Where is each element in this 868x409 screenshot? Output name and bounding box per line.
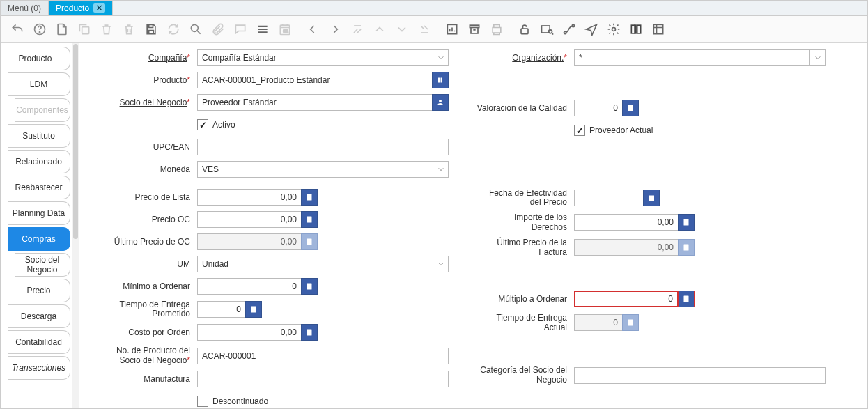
sidetabs-scrollbar[interactable] [72,43,79,408]
calendar-icon[interactable]: 31 [275,20,295,39]
sidetab-contabilidad[interactable]: Contabilidad [8,330,70,354]
input-producto[interactable] [197,72,433,88]
input-valoracion[interactable] [574,100,623,116]
print-icon[interactable] [487,20,506,39]
input-precio-oc[interactable] [197,211,302,228]
lookup-socio[interactable] [432,94,449,111]
dropdown-compania[interactable] [433,49,449,66]
gear-icon[interactable] [604,20,623,39]
request-icon[interactable] [582,20,601,39]
product-info-icon[interactable] [626,20,646,39]
sidetab-precio[interactable]: Precio [8,279,70,302]
sidetab-sustituto[interactable]: Sustituto [8,124,70,148]
report-icon[interactable] [442,20,462,39]
workflow-icon[interactable] [559,20,579,39]
input-no-prod-socio[interactable] [197,348,449,364]
input-costo-orden[interactable] [197,324,302,341]
next-icon[interactable] [325,20,345,39]
tab-menu[interactable]: Menú (0) [1,1,49,15]
tab-producto[interactable]: Producto ✕ [49,1,113,15]
sidetab-relacionado[interactable]: Relacionado [8,150,70,173]
sidetab-socio-negocio[interactable]: Socio del Negocio [15,253,70,277]
svg-point-12 [572,24,574,26]
checkbox-descontinuado[interactable] [197,396,208,407]
input-organizacion[interactable] [574,49,810,66]
prev-icon[interactable] [303,20,323,39]
sidetab-descarga[interactable]: Descarga [8,304,70,328]
save-icon[interactable] [141,20,161,39]
datepicker-fecha-efectividad[interactable] [643,190,660,206]
calc-importe-derechos[interactable] [678,214,695,231]
input-socio[interactable] [197,94,433,111]
input-fecha-efectividad[interactable] [574,190,644,206]
svg-text:31: 31 [284,29,289,33]
sidetab-planning[interactable]: Planning Data [8,201,70,225]
form-icon[interactable] [649,20,668,39]
sidetab-ldm[interactable]: LDM [8,72,70,96]
input-compania[interactable] [197,49,433,66]
label-um: UM [177,259,190,269]
last-icon[interactable] [414,20,434,39]
label-valoracion: Valoración de la Calidad [477,103,567,113]
checkbox-activo[interactable] [197,119,208,130]
chat-icon[interactable] [231,20,250,39]
sidetab-producto[interactable]: Producto [1,47,70,70]
label-descontinuado: Descontinuado [212,396,268,406]
help-icon[interactable] [30,20,49,39]
svg-rect-23 [307,194,312,201]
refresh-icon[interactable] [164,20,183,39]
copy-icon[interactable] [75,20,94,39]
toggle-icon[interactable] [253,20,272,39]
svg-rect-15 [635,25,636,33]
input-importe-derechos[interactable] [574,214,679,231]
search-icon[interactable] [186,20,206,39]
calc-valoracion[interactable] [622,100,639,116]
input-multiplo-ordenar[interactable] [574,291,679,307]
attach-icon[interactable] [208,20,228,39]
input-manufactura[interactable] [197,371,449,387]
first-icon[interactable] [348,20,367,39]
input-tiempo-prometido[interactable] [197,301,246,318]
up-icon[interactable] [370,20,389,39]
sidetab-reabastecer[interactable]: Reabastecer [8,176,70,199]
tab-close-icon[interactable]: ✕ [93,3,105,13]
input-upcean[interactable] [197,139,449,155]
calc-precio-oc[interactable] [301,211,318,228]
sidetab-transacciones[interactable]: Transacciones [8,356,70,380]
tab-producto-label: Producto [56,3,89,13]
svg-point-1 [39,31,40,32]
lookup-producto[interactable] [432,72,449,88]
calc-precio-lista[interactable] [301,189,318,206]
dropdown-um[interactable] [433,256,449,272]
calc-costo-orden[interactable] [301,324,318,341]
calc-multiplo-ordenar[interactable] [678,291,695,307]
calc-tiempo-prometido[interactable] [245,301,262,318]
calc-min-ordenar[interactable] [301,278,318,295]
new-icon[interactable] [52,20,72,39]
dropdown-moneda[interactable] [433,161,449,178]
input-moneda[interactable] [197,161,433,178]
label-activo: Activo [212,120,235,130]
undo-icon[interactable] [8,20,27,39]
input-categoria-socio[interactable] [574,367,826,384]
archive-icon[interactable] [465,20,484,39]
dropdown-organizacion[interactable] [810,49,826,66]
down-icon[interactable] [392,20,412,39]
zoom-across-icon[interactable] [537,20,557,39]
svg-rect-33 [628,320,633,326]
label-fecha-efectividad: Fecha de Efectividad del Precio [489,188,567,207]
calc-ultimo-precio-oc [301,233,318,250]
label-ultimo-precio-factura: Último Precio de la Factura [497,238,567,257]
svg-rect-27 [251,307,256,313]
input-um[interactable] [197,256,433,272]
input-ultimo-precio-factura [574,239,679,256]
svg-rect-26 [307,284,312,290]
label-tiempo-prometido: Tiempo de Entrega Prometido [119,300,190,318]
delete2-icon[interactable] [119,20,139,39]
sidetab-compras[interactable]: Compras [8,227,70,251]
input-min-ordenar[interactable] [197,278,302,295]
delete-icon[interactable] [97,20,116,39]
input-precio-lista[interactable] [197,189,302,206]
checkbox-proveedor-actual[interactable] [574,125,585,136]
lock-icon[interactable] [515,20,534,39]
